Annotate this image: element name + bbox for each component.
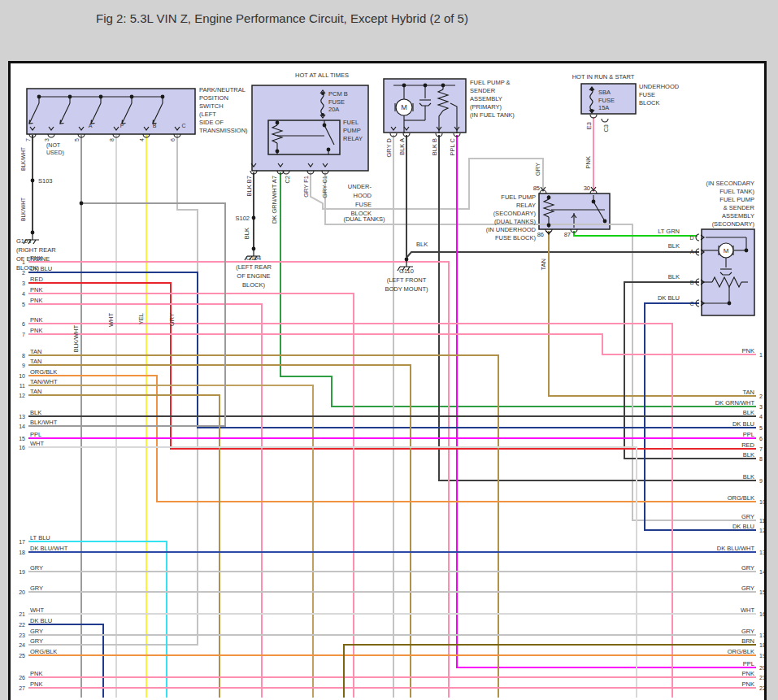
left-row-wire-label: PPL bbox=[30, 431, 41, 438]
label: BLK B7 bbox=[246, 176, 253, 196]
splice-dot bbox=[276, 150, 280, 154]
left-row-number: 19 bbox=[19, 569, 25, 575]
left-row-number: 3 bbox=[22, 280, 25, 286]
label: LT GRN bbox=[658, 228, 680, 235]
wiring-diagram: PARK/NEUTRALPOSITIONSWITCH(LEFTSIDE OFTR… bbox=[11, 63, 764, 700]
right-row-wire-label: ORG/BLK bbox=[728, 494, 754, 502]
left-row-number: 23 bbox=[19, 633, 25, 638]
left-row-number: 17 bbox=[19, 539, 25, 545]
left-row-wire-label: RED bbox=[30, 276, 43, 283]
label: GRY D bbox=[385, 137, 393, 157]
right-row-number: 18 bbox=[759, 642, 764, 648]
left-row-wire-label: WHT bbox=[30, 607, 44, 614]
label: S103 bbox=[38, 177, 53, 185]
right-row-number: 9 bbox=[759, 478, 763, 484]
left-row-number: 24 bbox=[19, 642, 25, 648]
label: PARK/NEUTRAL bbox=[199, 86, 246, 93]
left-row-number: 4 bbox=[22, 291, 25, 297]
label: (DUAL TANKS) bbox=[494, 218, 537, 225]
right-row-wire-label: RED bbox=[741, 441, 754, 449]
left-row-number: 1 bbox=[22, 259, 25, 265]
label: 6 bbox=[170, 138, 176, 141]
label: FUEL PUMP bbox=[501, 193, 536, 201]
left-row-number: 18 bbox=[19, 550, 25, 555]
label: RELAY bbox=[516, 202, 536, 209]
left-row-wire-label: GRY bbox=[30, 628, 43, 635]
label: BLK bbox=[668, 273, 680, 280]
left-row-number: 13 bbox=[19, 414, 25, 420]
right-row-number: 14 bbox=[759, 569, 764, 575]
label: G110 bbox=[399, 267, 414, 275]
label: FUSE BLOCK) bbox=[495, 234, 537, 241]
label: BLK B bbox=[431, 138, 438, 155]
left-row-number: 20 bbox=[19, 589, 25, 595]
wire-l1-pnk bbox=[28, 262, 449, 698]
right-row-number: 8 bbox=[759, 456, 763, 462]
left-row-number: 22 bbox=[19, 622, 25, 628]
right-row-wire-label: GRY bbox=[741, 513, 754, 520]
right-row-wire-label: BLK bbox=[743, 473, 754, 480]
label: UNDER- bbox=[348, 183, 372, 190]
wire-l6-pnk bbox=[28, 324, 672, 698]
label: M bbox=[401, 103, 407, 111]
label: A bbox=[690, 249, 694, 254]
left-row-number: 21 bbox=[19, 611, 25, 617]
right-row-wire-label: PPL bbox=[743, 660, 754, 667]
label: M bbox=[724, 247, 729, 254]
left-row-number: 2 bbox=[22, 270, 25, 276]
label: BLOCK bbox=[639, 99, 659, 107]
right-row-number: 16 bbox=[759, 611, 764, 617]
left-row-number: 10 bbox=[19, 373, 25, 379]
label: BLK A bbox=[398, 138, 406, 155]
right-row-wire-label: TAN bbox=[743, 389, 754, 396]
label: C bbox=[181, 123, 185, 128]
label: HOT AT ALL TIMES bbox=[295, 72, 349, 79]
label: HOT IN RUN & START bbox=[572, 73, 635, 80]
label: C3 bbox=[602, 124, 610, 133]
right-row-wire-label: WHT bbox=[741, 607, 754, 614]
label: GRY bbox=[168, 313, 176, 326]
label: C2 bbox=[284, 176, 291, 184]
left-row-number: 27 bbox=[19, 685, 25, 691]
left-row-number: 9 bbox=[22, 363, 25, 368]
right-row-number: 6 bbox=[759, 436, 763, 441]
right-row-wire-label: PNK bbox=[742, 670, 754, 677]
wire-blk-secondary-a-to-g110 bbox=[406, 252, 699, 258]
label: USED) bbox=[46, 150, 64, 156]
splice-dot bbox=[99, 95, 103, 99]
left-row-number: 25 bbox=[19, 653, 25, 659]
right-row-number: 2 bbox=[759, 393, 763, 399]
label: SIDE OF bbox=[199, 119, 224, 126]
wire-l4-pnk bbox=[28, 293, 354, 698]
left-row-wire-label: DK BLU bbox=[30, 617, 52, 624]
label: FUSE bbox=[639, 91, 655, 98]
right-row-wire-label: GRY bbox=[741, 628, 754, 635]
label: (NOT bbox=[46, 142, 61, 149]
connector-cup bbox=[602, 119, 608, 122]
label: A bbox=[89, 123, 93, 128]
right-row-number: 13 bbox=[759, 550, 764, 555]
splice-dot bbox=[37, 95, 41, 99]
label: BLK bbox=[416, 241, 428, 248]
right-row-number: 21 bbox=[759, 675, 764, 680]
label: B bbox=[690, 280, 694, 285]
label: BLK/WHT bbox=[20, 198, 26, 221]
label: (IN UNDERHOOD bbox=[486, 226, 537, 233]
right-row-number: 1 bbox=[759, 352, 763, 358]
left-row-wire-label: TAN bbox=[30, 358, 41, 365]
left-row-wire-label: TAN/WHT bbox=[30, 378, 58, 385]
label: E3 bbox=[585, 122, 593, 129]
label: (SECONDARY) bbox=[493, 210, 537, 217]
label: FUSE bbox=[355, 201, 372, 208]
label: 15A bbox=[598, 104, 609, 111]
label: ASSEMBLY bbox=[722, 212, 754, 220]
right-row-wire-label: BLK bbox=[743, 409, 754, 416]
label: BLK/WHT bbox=[20, 147, 26, 171]
label: FUEL bbox=[343, 119, 359, 126]
left-row-number: 12 bbox=[19, 393, 25, 398]
label: FUSE bbox=[328, 98, 345, 106]
splice-dot bbox=[327, 148, 331, 152]
right-row-wire-label: PPL bbox=[743, 431, 754, 438]
label: BLK/WHT bbox=[72, 325, 80, 353]
right-row-wire-label: GRY bbox=[741, 585, 754, 592]
